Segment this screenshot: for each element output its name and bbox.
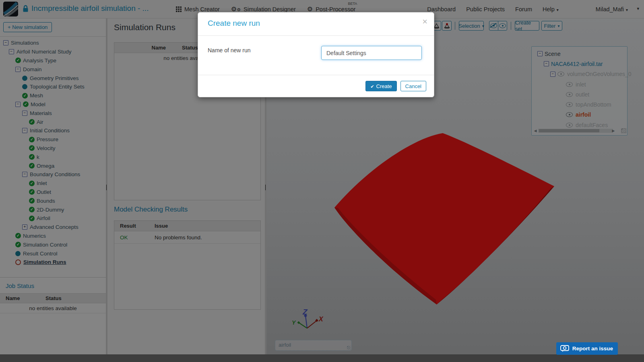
- camera-bubble-icon: [560, 345, 569, 352]
- report-issue-label: Report an issue: [572, 346, 613, 352]
- run-name-label: Name of new run: [208, 47, 251, 53]
- run-name-input[interactable]: [321, 46, 422, 60]
- report-issue-button[interactable]: Report an issue: [556, 342, 618, 355]
- dialog-footer: Create Cancel: [198, 75, 434, 97]
- dialog-header: Create new run: [198, 12, 434, 36]
- cancel-button[interactable]: Cancel: [400, 81, 426, 91]
- close-icon[interactable]: [422, 17, 427, 26]
- create-button-label: Create: [376, 83, 392, 89]
- create-run-dialog: Create new run Name of new run Create Ca…: [198, 12, 434, 97]
- application-window: Incmpressible airfoil simulation - ... M…: [0, 0, 644, 362]
- check-icon: [370, 83, 374, 89]
- create-button[interactable]: Create: [365, 81, 396, 91]
- dialog-title: Create new run: [208, 19, 260, 28]
